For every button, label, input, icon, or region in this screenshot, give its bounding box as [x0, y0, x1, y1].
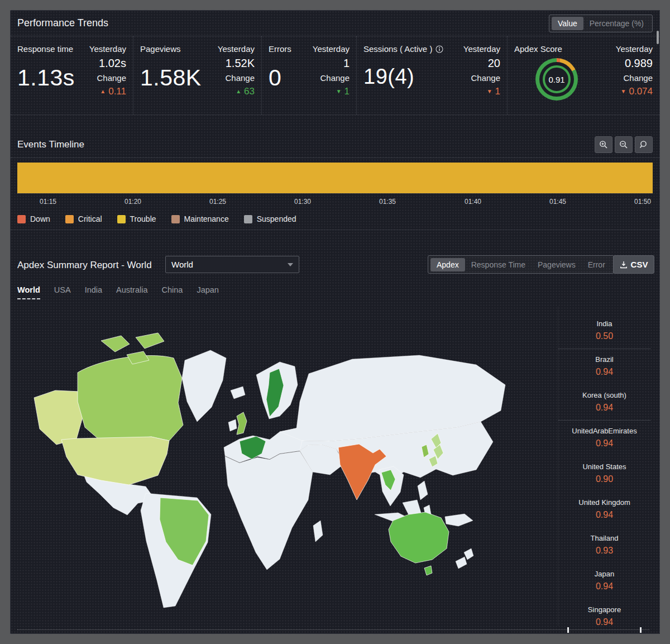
map-borneo — [403, 500, 421, 515]
change-label: Change — [443, 73, 500, 83]
country-name: Korea (south) — [558, 391, 650, 399]
country-name: Brazil — [558, 355, 650, 364]
legend-critical: Critical — [65, 214, 102, 223]
slider-handle[interactable] — [640, 627, 642, 633]
sessions-value: 19(4) — [363, 65, 443, 89]
card-sessions: Sessions ( Active ) 19(4) Yesterday 20 C… — [357, 36, 508, 115]
tab-apdex[interactable]: Apdex — [430, 258, 465, 271]
card-label: Pageviews — [140, 44, 202, 54]
country-name: India — [558, 319, 650, 328]
geo-tab-india[interactable]: India — [85, 285, 102, 298]
change-label: Change — [75, 73, 126, 83]
apdex-map-area: India 0.50 Brazil 0.94 Korea (south) 0.9… — [11, 307, 659, 633]
list-item[interactable]: Korea (south) 0.94 — [558, 385, 650, 421]
timeline-legend: Down Critical Trouble Maintenance Suspen… — [17, 211, 296, 227]
card-label: Sessions ( Active ) — [363, 44, 432, 54]
zoom-in-icon — [599, 140, 608, 149]
country-apdex-value: 0.93 — [558, 546, 650, 556]
apdex-gauge: 0.91 — [535, 58, 578, 101]
map-country-united-kingdom[interactable] — [237, 412, 247, 435]
geo-tab-usa[interactable]: USA — [54, 285, 71, 298]
events-timeline-bar[interactable] — [17, 163, 653, 193]
chevron-down-icon — [288, 263, 293, 266]
slider-handle[interactable] — [567, 627, 569, 633]
zoom-out-button[interactable] — [615, 136, 633, 153]
geo-tab-china[interactable]: China — [162, 285, 183, 298]
axis-tick: 01:20 — [125, 198, 141, 206]
geo-tab-australia[interactable]: Australia — [116, 285, 147, 298]
geo-tab-japan[interactable]: Japan — [197, 285, 219, 298]
suspended-swatch — [244, 215, 252, 223]
world-map[interactable] — [17, 307, 558, 634]
vertical-scrollbar[interactable] — [657, 31, 659, 44]
map-country-canada[interactable] — [136, 333, 164, 349]
toggle-percentage[interactable]: Percentage (%) — [583, 17, 650, 30]
change-arrow-icon: ▲ — [236, 89, 241, 94]
legend-down: Down — [17, 214, 50, 223]
map-country-australia[interactable] — [389, 512, 449, 563]
map-country-canada[interactable] — [78, 355, 183, 441]
csv-export-button[interactable]: CSV — [613, 255, 654, 274]
map-country-australia[interactable] — [424, 566, 432, 575]
change-label: Change — [291, 73, 350, 83]
country-apdex-value: 0.94 — [558, 403, 650, 413]
list-item[interactable]: UnitedArabEmirates 0.94 — [558, 421, 650, 456]
change-label: Change — [594, 73, 653, 83]
change-value: 0.074 — [629, 86, 653, 97]
country-apdex-value: 0.90 — [558, 474, 650, 484]
response-time-value: 1.13s — [17, 65, 75, 91]
zoom-in-button[interactable] — [595, 136, 612, 153]
tab-error[interactable]: Error — [582, 258, 611, 271]
critical-swatch — [65, 215, 74, 223]
tab-pageviews[interactable]: Pageviews — [532, 258, 582, 271]
pageviews-value: 1.58K — [140, 65, 202, 91]
list-item[interactable]: Singapore 0.94 — [558, 599, 650, 634]
map-country-united-states[interactable] — [61, 437, 169, 485]
legend-suspended: Suspended — [244, 214, 296, 223]
zoom-reset-button[interactable] — [635, 136, 653, 153]
card-label: Apdex Score — [514, 44, 594, 54]
map-philippines — [418, 481, 428, 500]
axis-tick: 01:15 — [40, 198, 56, 206]
country-name: United States — [558, 462, 650, 471]
down-swatch — [17, 215, 26, 223]
map-new-zealand — [456, 557, 467, 569]
list-item[interactable]: United States 0.90 — [558, 456, 650, 492]
axis-tick: 01:35 — [379, 198, 396, 206]
change-arrow-icon: ▼ — [621, 89, 626, 94]
change-value: 63 — [244, 86, 255, 97]
list-item[interactable]: Japan 0.94 — [558, 564, 650, 599]
geo-tab-world[interactable]: World — [17, 285, 40, 299]
metric-cards: Response time 1.13s Yesterday 1.02s Chan… — [11, 36, 659, 115]
list-item[interactable]: United Kingdom 0.94 — [558, 492, 650, 528]
timeline-axis: 01:15 01:20 01:25 01:30 01:35 01:40 01:4… — [17, 193, 653, 208]
change-value: 0.11 — [108, 86, 126, 97]
info-icon[interactable] — [436, 45, 443, 53]
country-apdex-value: 0.94 — [558, 581, 650, 591]
country-apdex-value: 0.94 — [558, 617, 650, 627]
map-new-guinea — [445, 514, 473, 526]
dashboard: Performance Trends Value Percentage (%) … — [10, 10, 660, 634]
map-pan-slider[interactable] — [17, 629, 649, 630]
zoom-reset-icon — [639, 140, 648, 149]
apdex-gauge-value: 0.91 — [548, 75, 564, 84]
country-apdex-value: 0.94 — [558, 438, 650, 449]
card-apdex-score: Apdex Score 0.91 Yesterday 0.989 Change … — [508, 36, 659, 115]
map-country-canada[interactable] — [101, 336, 130, 352]
timeline-zoom-controls — [592, 136, 653, 153]
map-country-alaska[interactable] — [34, 390, 83, 445]
list-item[interactable]: Brazil 0.94 — [558, 349, 650, 385]
country-name: UnitedArabEmirates — [558, 427, 650, 435]
yesterday-value: 20 — [443, 57, 500, 70]
legend-label: Maintenance — [184, 214, 229, 223]
region-dropdown[interactable]: World — [165, 256, 299, 273]
list-item[interactable]: India 0.50 — [558, 313, 650, 349]
country-name: Singapore — [558, 605, 650, 614]
map-iceland — [231, 387, 245, 399]
tab-response-time[interactable]: Response Time — [465, 258, 532, 271]
toggle-value[interactable]: Value — [552, 17, 583, 30]
map-africa — [225, 451, 313, 570]
events-timeline-header: Events Timeline — [11, 132, 659, 158]
legend-label: Trouble — [130, 214, 156, 223]
list-item[interactable]: Thailand 0.93 — [558, 528, 650, 564]
